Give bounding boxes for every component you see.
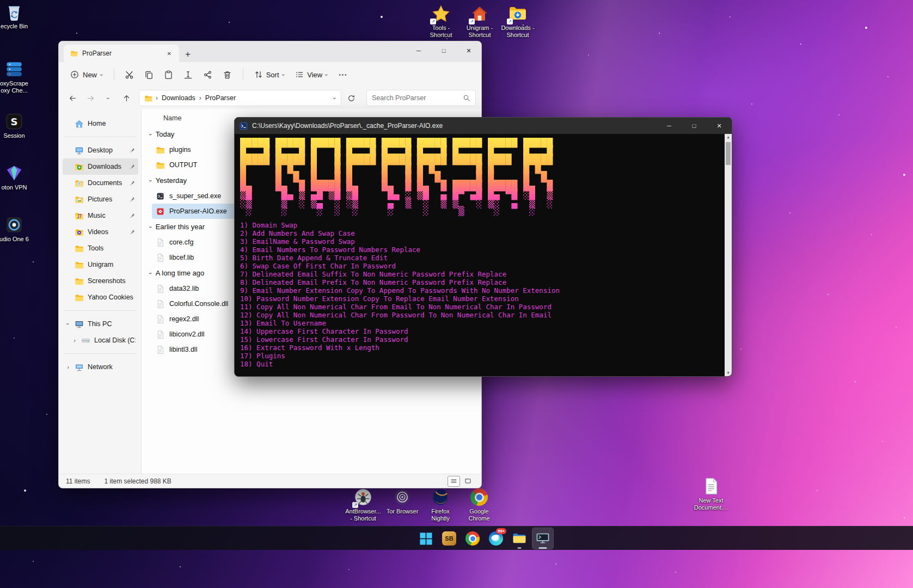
desktop-icon-studio-one-6[interactable]: udio One 6 (0, 216, 37, 243)
file-item[interactable]: libiconv2.dll (152, 327, 246, 342)
desktop-icon-label: Session (3, 132, 24, 139)
share-button[interactable] (199, 65, 217, 84)
folder-icon (75, 260, 84, 270)
tab-title: ProParser (82, 50, 160, 57)
console-menu-line: 12) Copy All Non Numerical Char From Pas… (240, 311, 718, 319)
console-output[interactable]: █████ █████ █████ █████ █████ █████ ████… (235, 134, 732, 376)
new-tab-button[interactable]: + (179, 50, 197, 62)
chevron-down-icon: › (99, 74, 105, 76)
address-bar[interactable]: ›Downloads›ProParser › (139, 90, 341, 106)
breadcrumb-item[interactable]: Downloads (160, 93, 197, 103)
file-item[interactable]: plugins (152, 142, 246, 157)
sidebar-item-local-disk-c-[interactable]: ›Local Disk (C:) (69, 332, 138, 348)
sidebar-item-label: Tools (88, 244, 136, 252)
file-name: libintl3.dll (169, 346, 197, 353)
view-button[interactable]: View › (290, 67, 333, 82)
arrow-up-icon (122, 94, 131, 102)
cut-button[interactable] (120, 65, 139, 84)
sidebar-item-documents[interactable]: Documents (63, 175, 138, 191)
scroll-up-icon[interactable]: ▲ (727, 134, 729, 140)
exe-dark-icon (156, 192, 165, 201)
file-item[interactable]: s_super_sed.exe (152, 188, 246, 204)
large-icons-view-button[interactable] (462, 476, 474, 487)
sidebar-item-pictures[interactable]: Pictures (63, 191, 138, 207)
taskbar-start-button[interactable] (415, 528, 437, 549)
console-minimize-button[interactable]: ─ (657, 118, 682, 134)
recent-locations-button[interactable]: › (100, 90, 117, 106)
rename-button[interactable] (179, 65, 198, 84)
close-button[interactable]: ✕ (456, 41, 481, 60)
servers-icon (5, 60, 23, 78)
file-item[interactable]: ProParser-AIO.exe (152, 204, 246, 219)
desktop-icon-proxyscrape[interactable]: oxyScrape oxy Che... (0, 60, 37, 94)
sidebar-item-this-pc[interactable]: ›This PC (63, 316, 138, 332)
forward-button[interactable] (82, 90, 99, 106)
file-item[interactable]: libcef.lib (152, 250, 246, 265)
sidebar-item-music[interactable]: Music (63, 207, 138, 224)
file-item[interactable]: OUTPUT (152, 157, 246, 173)
up-button[interactable] (118, 90, 134, 106)
explorer-toolbar: New › Sort › View › (59, 62, 481, 87)
desktop-icon-downloads-shortcut[interactable]: ↗Downloads - Shortcut (495, 4, 541, 39)
file-item[interactable]: core.cfg (152, 235, 246, 250)
chevron-down-icon: › (148, 133, 154, 136)
breadcrumb-item[interactable]: ProParser (204, 93, 237, 103)
file-item[interactable]: Colorful.Console.dll (152, 296, 246, 311)
paste-button[interactable] (160, 65, 178, 84)
taskbar-sb-button[interactable]: SB (438, 528, 460, 549)
explorer-tab[interactable]: ProParser ✕ (64, 45, 179, 62)
scroll-down-icon[interactable]: ▼ (727, 370, 729, 376)
file-name: data32.lib (169, 285, 199, 292)
group-label: Today (156, 130, 175, 138)
sidebar-item-home[interactable]: Home (63, 115, 138, 132)
sidebar-item-network[interactable]: ›Network (63, 359, 138, 375)
more-options-button[interactable] (334, 65, 352, 84)
desktop-icon-label: New Text Document.... (694, 497, 728, 511)
taskbar-edge-button[interactable]: 99+ (485, 528, 507, 549)
desktop-icon-proton-vpn[interactable]: oton VPN (0, 164, 37, 191)
file-icon (156, 284, 165, 293)
file-item[interactable]: data32.lib (152, 281, 246, 296)
delete-button[interactable] (218, 65, 237, 84)
copy-button[interactable] (140, 65, 158, 84)
details-view-button[interactable] (448, 476, 460, 487)
view-label: View (307, 71, 322, 79)
taskbar-explorer-button[interactable] (508, 528, 530, 549)
desktop-icon-recycle-bin[interactable]: ecycle Bin (0, 3, 37, 30)
sort-button[interactable]: Sort › (249, 67, 290, 82)
studio-icon (5, 216, 23, 234)
sidebar-item-tools[interactable]: Tools (63, 240, 138, 256)
desktop-icon-new-text-document[interactable]: New Text Document.... (688, 477, 734, 511)
sidebar-item-yahoo-cookies[interactable]: Yahoo Cookies (63, 289, 138, 305)
network-icon (75, 363, 84, 372)
explorer-statusbar: 11 items 1 item selected 988 KB (59, 474, 481, 488)
console-title: C:\Users\Kayy\Downloads\ProParser\._cach… (252, 122, 443, 130)
new-button[interactable]: New › (65, 67, 108, 82)
scrollbar-thumb[interactable] (726, 142, 731, 165)
sidebar-item-screenshots[interactable]: Screenshots (63, 273, 138, 289)
console-menu-line: 17) Plugins (240, 352, 718, 360)
console-maximize-button[interactable]: □ (682, 118, 707, 134)
address-dropdown-icon[interactable]: › (332, 97, 338, 99)
refresh-button[interactable] (343, 90, 359, 106)
sidebar-item-videos[interactable]: Videos (63, 224, 138, 240)
sidebar-item-desktop[interactable]: Desktop (63, 142, 138, 158)
tab-close-icon[interactable]: ✕ (164, 50, 175, 58)
file-item[interactable]: regex2.dll (152, 311, 246, 327)
console-scrollbar[interactable]: ▲ ▼ (725, 134, 732, 376)
maximize-button[interactable]: □ (431, 41, 456, 60)
console-close-button[interactable]: ✕ (707, 118, 732, 134)
back-button[interactable] (64, 90, 81, 106)
file-item[interactable]: libintl3.dll (152, 342, 246, 357)
console-titlebar[interactable]: C:\Users\Kayy\Downloads\ProParser\._cach… (235, 118, 732, 134)
sidebar-item-downloads[interactable]: Downloads (63, 158, 138, 175)
console-menu-line: 8) Delineated Email Prefix To Non Numeri… (240, 278, 718, 286)
desktop-icon-session[interactable]: SSession (0, 112, 37, 139)
taskbar-monitor-button[interactable] (532, 528, 554, 549)
search-input[interactable] (372, 94, 459, 102)
taskbar-chrome-button[interactable] (462, 528, 483, 549)
minimize-button[interactable]: ─ (406, 41, 431, 60)
sidebar-item-label: Videos (88, 228, 125, 236)
sidebar-item-unigram[interactable]: Unigram (63, 256, 138, 273)
desktop-icon-google-chrome[interactable]: Google Chrome (456, 488, 502, 522)
